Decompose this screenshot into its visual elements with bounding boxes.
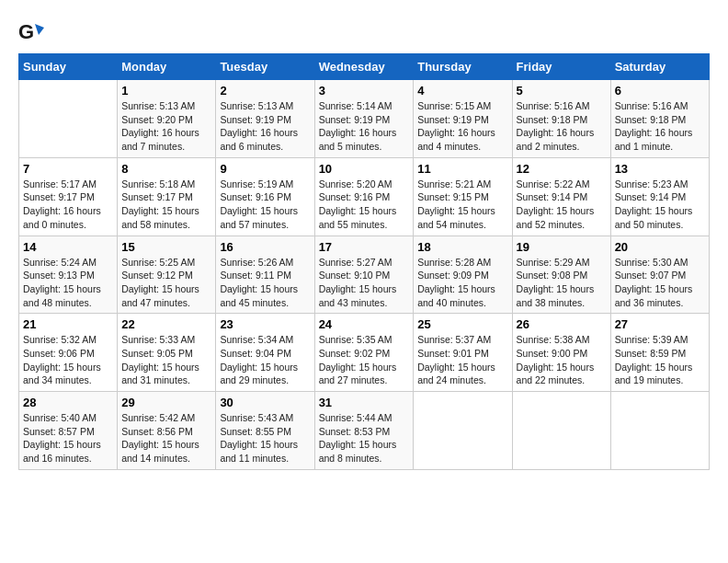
svg-text:G: G bbox=[18, 20, 34, 43]
day-number: 18 bbox=[417, 240, 507, 254]
day-info: Sunrise: 5:27 AMSunset: 9:10 PMDaylight:… bbox=[319, 256, 410, 310]
day-number: 7 bbox=[23, 162, 113, 176]
day-info: Sunrise: 5:13 AMSunset: 9:19 PMDaylight:… bbox=[220, 99, 310, 154]
page-header: G bbox=[18, 18, 710, 44]
day-number: 25 bbox=[417, 317, 507, 331]
day-info: Sunrise: 5:38 AMSunset: 9:00 PMDaylight:… bbox=[517, 333, 607, 387]
day-info: Sunrise: 5:40 AMSunset: 8:57 PMDaylight:… bbox=[23, 411, 113, 465]
calendar-cell bbox=[19, 80, 118, 158]
day-number: 3 bbox=[319, 84, 410, 98]
day-number: 21 bbox=[23, 317, 113, 331]
column-header-saturday: Saturday bbox=[610, 54, 709, 80]
day-info: Sunrise: 5:16 AMSunset: 9:18 PMDaylight:… bbox=[615, 99, 705, 154]
day-number: 1 bbox=[121, 84, 211, 98]
column-header-thursday: Thursday bbox=[414, 54, 512, 80]
calendar-cell: 13Sunrise: 5:23 AMSunset: 9:14 PMDayligh… bbox=[610, 157, 709, 236]
column-header-sunday: Sunday bbox=[19, 54, 118, 80]
calendar-cell: 8Sunrise: 5:18 AMSunset: 9:17 PMDaylight… bbox=[118, 157, 216, 236]
day-number: 26 bbox=[517, 317, 607, 331]
day-info: Sunrise: 5:19 AMSunset: 9:16 PMDaylight:… bbox=[220, 178, 310, 232]
calendar-cell: 19Sunrise: 5:29 AMSunset: 9:08 PMDayligh… bbox=[512, 236, 610, 314]
column-header-wednesday: Wednesday bbox=[314, 54, 414, 80]
calendar-cell: 23Sunrise: 5:34 AMSunset: 9:04 PMDayligh… bbox=[216, 314, 314, 392]
day-info: Sunrise: 5:18 AMSunset: 9:17 PMDaylight:… bbox=[121, 178, 211, 232]
day-number: 29 bbox=[121, 396, 211, 409]
day-number: 10 bbox=[319, 162, 410, 176]
svg-marker-1 bbox=[35, 24, 44, 35]
day-number: 9 bbox=[220, 162, 310, 176]
calendar-cell: 11Sunrise: 5:21 AMSunset: 9:15 PMDayligh… bbox=[414, 157, 512, 236]
day-number: 16 bbox=[220, 240, 310, 254]
day-number: 20 bbox=[615, 240, 705, 254]
day-info: Sunrise: 5:23 AMSunset: 9:14 PMDaylight:… bbox=[615, 178, 705, 232]
day-info: Sunrise: 5:26 AMSunset: 9:11 PMDaylight:… bbox=[220, 256, 310, 310]
calendar-cell: 30Sunrise: 5:43 AMSunset: 8:55 PMDayligh… bbox=[216, 392, 314, 470]
calendar-cell: 22Sunrise: 5:33 AMSunset: 9:05 PMDayligh… bbox=[118, 314, 216, 392]
calendar-header-row: SundayMondayTuesdayWednesdayThursdayFrid… bbox=[19, 54, 710, 80]
column-header-monday: Monday bbox=[118, 54, 216, 80]
calendar-cell: 4Sunrise: 5:15 AMSunset: 9:19 PMDaylight… bbox=[414, 80, 512, 158]
day-info: Sunrise: 5:21 AMSunset: 9:15 PMDaylight:… bbox=[417, 178, 507, 232]
calendar-cell: 21Sunrise: 5:32 AMSunset: 9:06 PMDayligh… bbox=[19, 314, 118, 392]
calendar-week-2: 7Sunrise: 5:17 AMSunset: 9:17 PMDaylight… bbox=[19, 157, 710, 236]
calendar-cell bbox=[610, 392, 709, 470]
calendar-cell: 28Sunrise: 5:40 AMSunset: 8:57 PMDayligh… bbox=[19, 392, 118, 470]
day-number: 12 bbox=[517, 162, 607, 176]
day-info: Sunrise: 5:42 AMSunset: 8:56 PMDaylight:… bbox=[121, 411, 211, 465]
calendar-cell: 15Sunrise: 5:25 AMSunset: 9:12 PMDayligh… bbox=[118, 236, 216, 314]
calendar-cell: 31Sunrise: 5:44 AMSunset: 8:53 PMDayligh… bbox=[314, 392, 414, 470]
calendar-cell: 17Sunrise: 5:27 AMSunset: 9:10 PMDayligh… bbox=[314, 236, 414, 314]
day-info: Sunrise: 5:16 AMSunset: 9:18 PMDaylight:… bbox=[517, 99, 607, 154]
calendar-cell bbox=[414, 392, 512, 470]
day-number: 13 bbox=[615, 162, 705, 176]
calendar-cell: 1Sunrise: 5:13 AMSunset: 9:20 PMDaylight… bbox=[118, 80, 216, 158]
day-info: Sunrise: 5:32 AMSunset: 9:06 PMDaylight:… bbox=[23, 333, 113, 387]
calendar-week-4: 21Sunrise: 5:32 AMSunset: 9:06 PMDayligh… bbox=[19, 314, 710, 392]
day-info: Sunrise: 5:14 AMSunset: 9:19 PMDaylight:… bbox=[319, 99, 410, 154]
logo-icon: G bbox=[18, 18, 44, 44]
calendar-cell: 12Sunrise: 5:22 AMSunset: 9:14 PMDayligh… bbox=[512, 157, 610, 236]
calendar-cell: 16Sunrise: 5:26 AMSunset: 9:11 PMDayligh… bbox=[216, 236, 314, 314]
day-number: 6 bbox=[615, 84, 705, 98]
day-info: Sunrise: 5:30 AMSunset: 9:07 PMDaylight:… bbox=[615, 256, 705, 310]
calendar-cell: 25Sunrise: 5:37 AMSunset: 9:01 PMDayligh… bbox=[414, 314, 512, 392]
column-header-friday: Friday bbox=[512, 54, 610, 80]
day-number: 4 bbox=[417, 84, 507, 98]
day-number: 15 bbox=[121, 240, 211, 254]
calendar-table: SundayMondayTuesdayWednesdayThursdayFrid… bbox=[18, 53, 710, 470]
calendar-cell: 27Sunrise: 5:39 AMSunset: 8:59 PMDayligh… bbox=[610, 314, 709, 392]
calendar-cell: 6Sunrise: 5:16 AMSunset: 9:18 PMDaylight… bbox=[610, 80, 709, 158]
column-header-tuesday: Tuesday bbox=[216, 54, 314, 80]
day-number: 31 bbox=[319, 396, 410, 409]
day-info: Sunrise: 5:28 AMSunset: 9:09 PMDaylight:… bbox=[417, 256, 507, 310]
calendar-cell: 9Sunrise: 5:19 AMSunset: 9:16 PMDaylight… bbox=[216, 157, 314, 236]
day-info: Sunrise: 5:35 AMSunset: 9:02 PMDaylight:… bbox=[319, 333, 410, 387]
calendar-cell: 2Sunrise: 5:13 AMSunset: 9:19 PMDaylight… bbox=[216, 80, 314, 158]
day-info: Sunrise: 5:43 AMSunset: 8:55 PMDaylight:… bbox=[220, 411, 310, 465]
day-number: 22 bbox=[121, 317, 211, 331]
calendar-cell: 10Sunrise: 5:20 AMSunset: 9:16 PMDayligh… bbox=[314, 157, 414, 236]
day-info: Sunrise: 5:22 AMSunset: 9:14 PMDaylight:… bbox=[517, 178, 607, 232]
day-info: Sunrise: 5:33 AMSunset: 9:05 PMDaylight:… bbox=[121, 333, 211, 387]
day-number: 17 bbox=[319, 240, 410, 254]
day-info: Sunrise: 5:25 AMSunset: 9:12 PMDaylight:… bbox=[121, 256, 211, 310]
day-info: Sunrise: 5:29 AMSunset: 9:08 PMDaylight:… bbox=[517, 256, 607, 310]
calendar-cell: 20Sunrise: 5:30 AMSunset: 9:07 PMDayligh… bbox=[610, 236, 709, 314]
calendar-week-3: 14Sunrise: 5:24 AMSunset: 9:13 PMDayligh… bbox=[19, 236, 710, 314]
calendar-week-5: 28Sunrise: 5:40 AMSunset: 8:57 PMDayligh… bbox=[19, 392, 710, 470]
day-number: 23 bbox=[220, 317, 310, 331]
calendar-cell: 3Sunrise: 5:14 AMSunset: 9:19 PMDaylight… bbox=[314, 80, 414, 158]
day-info: Sunrise: 5:39 AMSunset: 8:59 PMDaylight:… bbox=[615, 333, 705, 387]
day-info: Sunrise: 5:20 AMSunset: 9:16 PMDaylight:… bbox=[319, 178, 410, 232]
day-info: Sunrise: 5:37 AMSunset: 9:01 PMDaylight:… bbox=[417, 333, 507, 387]
day-number: 14 bbox=[23, 240, 113, 254]
day-info: Sunrise: 5:13 AMSunset: 9:20 PMDaylight:… bbox=[121, 99, 211, 154]
day-number: 19 bbox=[517, 240, 607, 254]
day-info: Sunrise: 5:44 AMSunset: 8:53 PMDaylight:… bbox=[319, 411, 410, 465]
day-info: Sunrise: 5:17 AMSunset: 9:17 PMDaylight:… bbox=[23, 178, 113, 232]
day-number: 11 bbox=[417, 162, 507, 176]
calendar-week-1: 1Sunrise: 5:13 AMSunset: 9:20 PMDaylight… bbox=[19, 80, 710, 158]
calendar-cell: 14Sunrise: 5:24 AMSunset: 9:13 PMDayligh… bbox=[19, 236, 118, 314]
day-info: Sunrise: 5:15 AMSunset: 9:19 PMDaylight:… bbox=[417, 99, 507, 154]
day-number: 27 bbox=[615, 317, 705, 331]
